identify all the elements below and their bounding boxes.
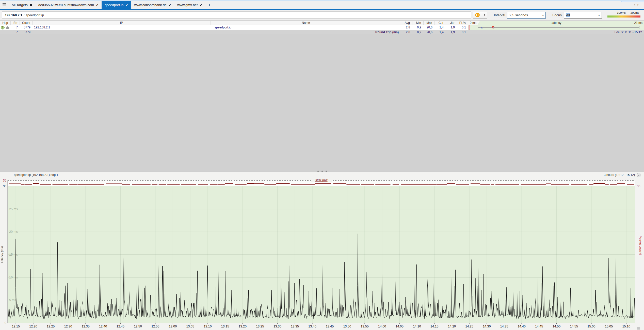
svg-text:15:10: 15:10 xyxy=(622,325,630,328)
svg-text:12:30: 12:30 xyxy=(64,325,72,328)
legend-gradient-bar xyxy=(607,15,640,18)
col-header-jttr[interactable]: Jttr xyxy=(446,21,457,25)
col-header-err[interactable]: Err xyxy=(11,21,20,25)
svg-text:Jitter (ms): Jitter (ms) xyxy=(315,178,328,182)
pl-value: 0,1 xyxy=(457,25,468,30)
svg-text:12:35: 12:35 xyxy=(82,325,89,328)
err-value: 7 xyxy=(11,25,20,30)
col-header-ip[interactable]: IP xyxy=(33,21,211,25)
interval-select[interactable]: 2,5 seconds ▼ xyxy=(507,12,546,19)
pause-dropdown-button[interactable]: ▼ xyxy=(482,12,487,19)
latency-color-legend: 100ms 200ms xyxy=(607,11,640,19)
tab-label: www.gmx.net xyxy=(177,3,198,7)
svg-text:13:15: 13:15 xyxy=(221,325,229,328)
summary-hop-cell xyxy=(0,30,11,34)
close-icon[interactable]: ✖ xyxy=(30,3,32,7)
tab-scroll-left-icon[interactable]: ◂ xyxy=(634,3,638,6)
tab-scroll-right-icon[interactable]: ▸ xyxy=(637,3,641,6)
summary-min: 0,9 xyxy=(412,30,424,34)
latency-min-tick xyxy=(478,26,478,29)
summary-name: Round Trip (ms) xyxy=(211,30,401,34)
resize-grip[interactable] xyxy=(637,327,640,329)
tab-bar: All Targets ✖ ded355-lv-lw-eu.huntshowdo… xyxy=(0,0,644,9)
summary-pl: 0,1 xyxy=(457,30,468,34)
pause-icon xyxy=(475,13,480,17)
interval-value: 2,5 seconds xyxy=(509,13,528,17)
histogram-icon[interactable] xyxy=(6,26,9,29)
tab-all-targets[interactable]: All Targets ✖ xyxy=(9,1,35,9)
hamburger-icon xyxy=(3,3,6,6)
col-header-count[interactable]: Count xyxy=(20,21,33,25)
col-header-pl[interactable]: PL% xyxy=(457,21,468,25)
svg-text:0: 0 xyxy=(5,321,6,325)
summary-jttr: 1,9 xyxy=(446,30,457,34)
tab-label: speedport.ip xyxy=(105,3,123,7)
main-menu-button[interactable] xyxy=(0,0,9,9)
graph-range-dropdown-button[interactable]: ⌄ xyxy=(637,173,641,177)
svg-text:13:40: 13:40 xyxy=(308,325,316,328)
summary-count: 5779 xyxy=(20,30,33,34)
tab-consorsbank[interactable]: www.consorsbank.de ✔ xyxy=(131,1,174,9)
col-header-name[interactable]: Name xyxy=(211,21,401,25)
chevron-down-icon: ▼ xyxy=(598,14,600,17)
interval-label: Interval xyxy=(494,13,505,17)
svg-text:10 ms: 10 ms xyxy=(9,276,18,279)
check-icon: ✔ xyxy=(96,3,99,7)
svg-text:13:55: 13:55 xyxy=(361,325,368,328)
svg-text:20 ms: 20 ms xyxy=(9,230,18,234)
hop-row-1[interactable]: 1 7 5779 192.168.2.1 speedport.ip 2,8 0,… xyxy=(0,25,644,30)
jttr-value: 1,9 xyxy=(446,25,457,30)
col-header-cur[interactable]: Cur xyxy=(435,21,446,25)
pause-button[interactable] xyxy=(473,12,482,19)
empty-workspace-area xyxy=(0,50,644,172)
svg-text:30: 30 xyxy=(3,185,7,188)
svg-text:13:20: 13:20 xyxy=(239,325,247,328)
col-header-avg[interactable]: Avg xyxy=(401,21,412,25)
svg-text:14:20: 14:20 xyxy=(448,325,456,328)
svg-text:13:50: 13:50 xyxy=(343,325,351,328)
svg-text:12:50: 12:50 xyxy=(134,325,142,328)
focus-select[interactable]: All ▼ xyxy=(564,12,602,19)
count-value: 5779 xyxy=(20,25,33,30)
svg-text:12:45: 12:45 xyxy=(117,325,124,328)
latency-range-widget[interactable]: xO xyxy=(468,25,644,30)
svg-text:25 ms: 25 ms xyxy=(9,207,18,211)
summary-row[interactable]: 7 5779 Round Trip (ms) 2,8 0,9 20,6 1,4 … xyxy=(0,30,644,34)
cur-value: 1,4 xyxy=(435,25,446,30)
breadcrumb[interactable]: 192.168.2.1 / speedport.ip xyxy=(2,11,471,19)
svg-text:12:15: 12:15 xyxy=(12,325,20,328)
latency-max-tick xyxy=(639,26,639,29)
svg-text:13:45: 13:45 xyxy=(326,325,334,328)
chevron-down-icon: ▼ xyxy=(542,14,544,17)
tab-huntshowdown[interactable]: ded355-lv-lw-eu.huntshowdown.com ✔ xyxy=(35,1,102,9)
svg-text:12:25: 12:25 xyxy=(47,325,55,328)
svg-text:30: 30 xyxy=(637,185,640,188)
tab-gmx[interactable]: www.gmx.net ✔ xyxy=(174,1,205,9)
ip-value: 192.168.2.1 xyxy=(33,25,211,30)
svg-text:14:15: 14:15 xyxy=(430,325,438,328)
window-top-strip xyxy=(0,0,644,1)
col-header-hop[interactable]: Hop xyxy=(0,21,11,25)
svg-text:14:05: 14:05 xyxy=(396,325,404,328)
col-header-max[interactable]: Max xyxy=(424,21,435,25)
summary-focus-range: Focus: 11:11 - 15:12 xyxy=(468,30,644,34)
svg-text:13:00: 13:00 xyxy=(169,325,177,328)
tab-speedport[interactable]: speedport.ip ✔ xyxy=(102,1,131,9)
check-icon: ✔ xyxy=(200,3,202,7)
target-host: 192.168.2.1 xyxy=(5,13,22,17)
svg-text:35: 35 xyxy=(3,179,7,182)
new-tab-button[interactable]: + xyxy=(205,1,213,9)
packet-loss-mini-bar xyxy=(469,25,470,30)
max-value: 20,6 xyxy=(424,25,435,30)
col-header-latency[interactable]: 0 ms Latency 21 ms xyxy=(468,21,644,25)
svg-text:14:25: 14:25 xyxy=(465,325,473,328)
breadcrumb-separator: / xyxy=(24,13,25,17)
svg-text:14:35: 14:35 xyxy=(500,325,508,328)
tab-scroll-buttons[interactable]: ◂▸ xyxy=(634,3,641,6)
summary-cur: 1,4 xyxy=(435,30,446,34)
timeline-chart[interactable]: 12:1512:2012:2512:3012:3512:4012:4512:50… xyxy=(0,177,644,330)
current-latency-marker: x xyxy=(481,26,482,29)
col-header-min[interactable]: Min xyxy=(412,21,424,25)
svg-text:14:40: 14:40 xyxy=(518,325,526,328)
graph-range-label[interactable]: 3 hours (12:12 - 15:12) xyxy=(604,173,635,177)
